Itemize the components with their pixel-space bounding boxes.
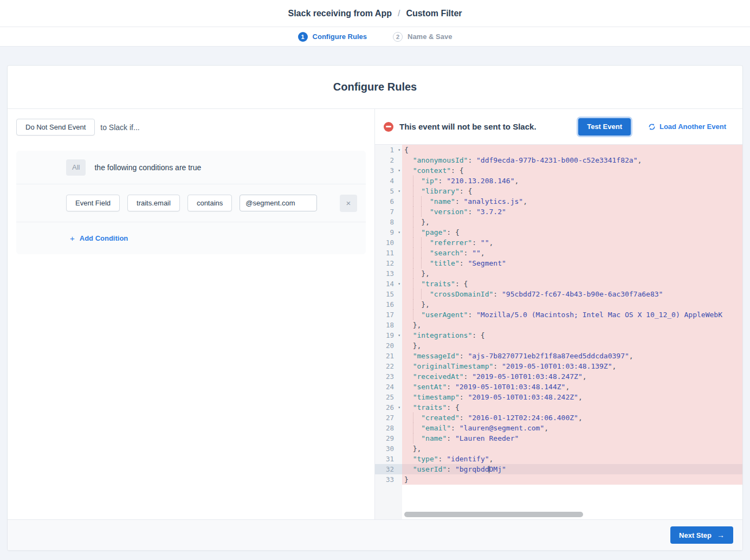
line-number[interactable]: 14▾ xyxy=(375,279,402,289)
code-line-text[interactable]: }, xyxy=(402,443,742,454)
fold-chevron-down-icon[interactable]: ▾ xyxy=(398,186,400,196)
line-number[interactable]: 18 xyxy=(375,320,402,330)
code-line[interactable]: 5▾"library": { xyxy=(375,186,742,196)
code-line[interactable]: 32"userId": "bgrqbddDMj" xyxy=(375,464,742,474)
line-number[interactable]: 13 xyxy=(375,268,402,279)
code-line-text[interactable]: }, xyxy=(402,217,742,227)
fold-chevron-down-icon[interactable]: ▾ xyxy=(398,279,400,289)
code-line-text[interactable]: "search": "", xyxy=(402,248,742,258)
condition-operator-button[interactable]: contains xyxy=(188,195,232,211)
code-line[interactable]: 7"version": "3.7.2" xyxy=(375,207,742,217)
code-line-text[interactable]: "originalTimestamp": "2019-05-10T01:03:4… xyxy=(402,361,742,371)
code-line[interactable]: 28"email": "lauren@segment.com", xyxy=(375,423,742,433)
line-number[interactable]: 17 xyxy=(375,310,402,320)
code-line-text[interactable]: "email": "lauren@segment.com", xyxy=(402,423,742,433)
code-line-text[interactable]: }, xyxy=(402,340,742,351)
add-condition-button[interactable]: + Add Condition xyxy=(70,234,128,243)
line-number[interactable]: 30 xyxy=(375,443,402,454)
code-line[interactable]: 2"anonymousId": "ddf9ecda-977b-4231-b000… xyxy=(375,155,742,165)
line-number[interactable]: 5▾ xyxy=(375,186,402,196)
code-line[interactable]: 24"sentAt": "2019-05-10T01:03:48.144Z", xyxy=(375,382,742,392)
code-line[interactable]: 31"type": "identify", xyxy=(375,454,742,464)
code-line-text[interactable]: "title": "Segment" xyxy=(402,258,742,268)
code-line[interactable]: 13}, xyxy=(375,268,742,279)
code-line[interactable]: 6"name": "analytics.js", xyxy=(375,196,742,207)
code-line-text[interactable]: "type": "identify", xyxy=(402,454,742,464)
code-line[interactable]: 1▾{ xyxy=(375,145,742,155)
code-line-text[interactable]: "timestamp": "2019-05-10T01:03:48.242Z", xyxy=(402,392,742,402)
code-line[interactable]: 27"created": "2016-01-12T02:24:06.400Z", xyxy=(375,413,742,423)
step-name-and-save[interactable]: 2 Name & Save xyxy=(393,32,452,42)
line-number[interactable]: 21 xyxy=(375,351,402,361)
line-number[interactable]: 32 xyxy=(375,464,402,474)
code-line[interactable]: 8}, xyxy=(375,217,742,227)
line-number[interactable]: 19▾ xyxy=(375,330,402,340)
match-operator-badge[interactable]: All xyxy=(66,159,86,176)
json-event-editor[interactable]: 1▾{2"anonymousId": "ddf9ecda-977b-4231-b… xyxy=(375,145,742,519)
code-line-text[interactable]: "userId": "bgrqbddDMj" xyxy=(402,464,742,474)
code-line[interactable]: 3▾"context": { xyxy=(375,165,742,176)
line-number[interactable]: 8 xyxy=(375,217,402,227)
code-line-text[interactable]: { xyxy=(402,145,742,155)
code-line[interactable]: 17"userAgent": "Mozilla/5.0 (Macintosh; … xyxy=(375,310,742,320)
next-step-button[interactable]: Next Step → xyxy=(670,526,733,544)
code-line[interactable]: 22"originalTimestamp": "2019-05-10T01:03… xyxy=(375,361,742,371)
load-another-event-link[interactable]: Load Another Event xyxy=(648,123,726,131)
line-number[interactable]: 28 xyxy=(375,423,402,433)
condition-field-button[interactable]: traits.email xyxy=(127,195,180,211)
code-line[interactable]: 30}, xyxy=(375,443,742,454)
code-line-text[interactable]: "receivedAt": "2019-05-10T01:03:48.247Z"… xyxy=(402,371,742,382)
line-number[interactable]: 16 xyxy=(375,299,402,310)
condition-value-input[interactable] xyxy=(240,195,317,211)
line-number[interactable]: 2 xyxy=(375,155,402,165)
code-line[interactable]: 4"ip": "210.13.208.146", xyxy=(375,176,742,186)
code-line[interactable]: 23"receivedAt": "2019-05-10T01:03:48.247… xyxy=(375,371,742,382)
code-line-text[interactable]: "referrer": "", xyxy=(402,237,742,248)
code-line[interactable]: 21"messageId": "ajs-7b8270771eb2f1f8a87e… xyxy=(375,351,742,361)
fold-chevron-down-icon[interactable]: ▾ xyxy=(398,165,400,176)
code-line-text[interactable]: "traits": { xyxy=(402,279,742,289)
code-line[interactable]: 16}, xyxy=(375,299,742,310)
code-line[interactable]: 12"title": "Segment" xyxy=(375,258,742,268)
code-line-text[interactable]: "userAgent": "Mozilla/5.0 (Macintosh; In… xyxy=(402,310,742,320)
line-number[interactable]: 3▾ xyxy=(375,165,402,176)
line-number[interactable]: 9▾ xyxy=(375,227,402,237)
code-line[interactable]: 11"search": "", xyxy=(375,248,742,258)
code-line[interactable]: 15"crossDomainId": "95cbdd72-fc67-4b43-b… xyxy=(375,289,742,299)
code-line-text[interactable]: "anonymousId": "ddf9ecda-977b-4231-b000-… xyxy=(402,155,742,165)
test-event-button[interactable]: Test Event xyxy=(578,118,631,136)
code-line[interactable]: 33} xyxy=(375,474,742,485)
line-number[interactable]: 27 xyxy=(375,413,402,423)
code-line-text[interactable]: } xyxy=(402,474,742,485)
line-number[interactable]: 7 xyxy=(375,207,402,217)
line-number[interactable]: 33 xyxy=(375,474,402,485)
horizontal-scrollbar-thumb[interactable] xyxy=(404,512,583,517)
code-line[interactable]: 29"name": "Lauren Reeder" xyxy=(375,433,742,443)
code-line[interactable]: 20}, xyxy=(375,340,742,351)
code-line[interactable]: 25"timestamp": "2019-05-10T01:03:48.242Z… xyxy=(375,392,742,402)
line-number[interactable]: 29 xyxy=(375,433,402,443)
line-number[interactable]: 10 xyxy=(375,237,402,248)
code-line-text[interactable]: }, xyxy=(402,299,742,310)
fold-chevron-down-icon[interactable]: ▾ xyxy=(398,402,400,413)
code-line[interactable]: 19▾"integrations": { xyxy=(375,330,742,340)
fold-chevron-down-icon[interactable]: ▾ xyxy=(398,330,400,340)
code-line[interactable]: 14▾"traits": { xyxy=(375,279,742,289)
remove-condition-button[interactable]: × xyxy=(340,195,357,212)
line-number[interactable]: 12 xyxy=(375,258,402,268)
action-selector-button[interactable]: Do Not Send Event xyxy=(16,119,95,136)
code-line-text[interactable]: "library": { xyxy=(402,186,742,196)
code-line[interactable]: 26▾"traits": { xyxy=(375,402,742,413)
code-line-text[interactable]: "crossDomainId": "95cbdd72-fc67-4b43-b90… xyxy=(402,289,742,299)
code-line[interactable]: 10"referrer": "", xyxy=(375,237,742,248)
code-line-text[interactable]: "name": "analytics.js", xyxy=(402,196,742,207)
code-line-text[interactable]: "sentAt": "2019-05-10T01:03:48.144Z", xyxy=(402,382,742,392)
line-number[interactable]: 15 xyxy=(375,289,402,299)
line-number[interactable]: 6 xyxy=(375,196,402,207)
condition-field-type-button[interactable]: Event Field xyxy=(66,195,120,211)
line-number[interactable]: 22 xyxy=(375,361,402,371)
code-line-text[interactable]: "integrations": { xyxy=(402,330,742,340)
code-line-text[interactable]: "version": "3.7.2" xyxy=(402,207,742,217)
code-line[interactable]: 18}, xyxy=(375,320,742,330)
code-line-text[interactable]: "ip": "210.13.208.146", xyxy=(402,176,742,186)
